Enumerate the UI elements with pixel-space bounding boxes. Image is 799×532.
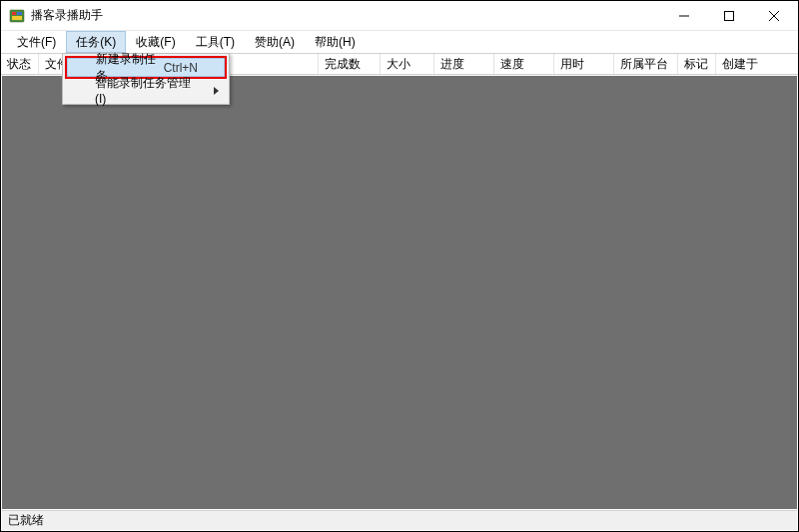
column-platform[interactable]: 所属平台: [614, 54, 678, 74]
column-status[interactable]: 状态: [1, 54, 39, 74]
task-dropdown-menu: 新建录制任务 Ctrl+N 智能录制任务管理(I): [62, 53, 230, 105]
menu-tools[interactable]: 工具(T): [186, 31, 245, 53]
column-done[interactable]: 完成数: [319, 54, 381, 74]
maximize-button[interactable]: [706, 2, 751, 30]
svg-rect-5: [724, 11, 733, 20]
column-mark[interactable]: 标记: [678, 54, 716, 74]
menu-sponsor[interactable]: 赞助(A): [245, 31, 305, 53]
menu-item-label: 智能录制任务管理(I): [95, 75, 199, 106]
window-title: 播客录播助手: [31, 7, 661, 24]
column-size[interactable]: 大小: [381, 54, 434, 74]
column-progress[interactable]: 进度: [434, 54, 494, 74]
menu-smart-recording-manager[interactable]: 智能录制任务管理(I): [65, 79, 227, 102]
svg-rect-1: [12, 12, 16, 15]
window-controls: [661, 2, 796, 30]
content-area: [2, 76, 797, 509]
svg-rect-2: [17, 12, 22, 15]
app-icon: [9, 8, 25, 24]
minimize-button[interactable]: [661, 2, 706, 30]
menu-help[interactable]: 帮助(H): [305, 31, 366, 53]
column-time[interactable]: 用时: [554, 54, 614, 74]
column-speed[interactable]: 速度: [494, 54, 554, 74]
close-button[interactable]: [751, 2, 796, 30]
submenu-arrow-icon: [214, 84, 219, 98]
menu-file[interactable]: 文件(F): [7, 31, 66, 53]
statusbar: 已就绪: [2, 510, 797, 530]
menu-item-shortcut: Ctrl+N: [164, 61, 198, 75]
status-text: 已就绪: [8, 512, 44, 529]
svg-rect-3: [12, 16, 22, 20]
column-creator[interactable]: 创建于: [716, 54, 798, 74]
titlebar: 播客录播助手: [1, 1, 798, 31]
